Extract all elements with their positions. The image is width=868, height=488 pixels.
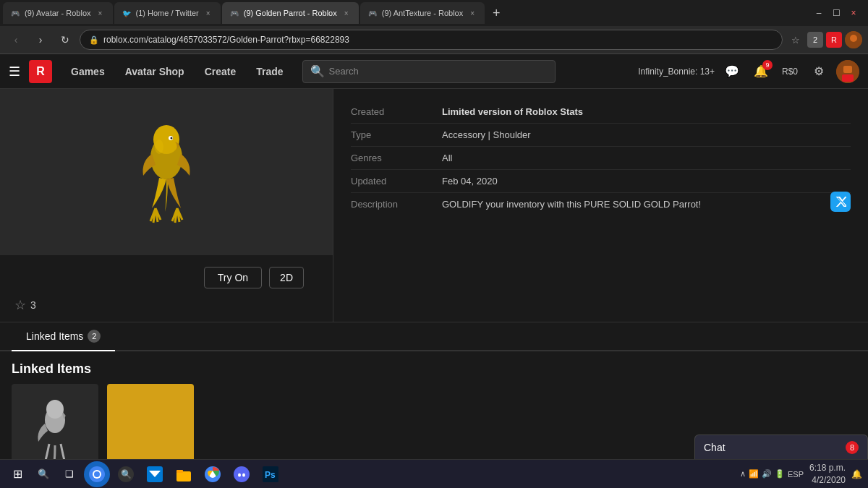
nav-link-games[interactable]: Games xyxy=(64,54,112,89)
nav-link-trade[interactable]: Trade xyxy=(249,54,290,89)
tab-label-2: (1) Home / Twitter xyxy=(136,9,199,17)
tab-close-1[interactable]: × xyxy=(95,8,106,18)
taskbar-folder-icon[interactable] xyxy=(171,461,197,487)
value-updated: Feb 04, 2020 xyxy=(442,176,851,187)
bookmark-star-icon[interactable]: ☆ xyxy=(787,31,804,48)
taskbar-search-icon[interactable]: 🔍 xyxy=(32,463,55,486)
rendermesh-thumb xyxy=(12,384,98,471)
label-description: Description xyxy=(351,199,430,210)
svg-rect-18 xyxy=(176,471,191,481)
url-text: roblox.com/catalog/4657033572/Golden-Par… xyxy=(103,35,773,45)
label-genres: Genres xyxy=(351,153,430,163)
item-image xyxy=(94,100,239,244)
hamburger-menu[interactable]: ☰ xyxy=(9,64,20,80)
try-on-button[interactable]: Try On xyxy=(204,267,262,288)
taskbar-browser-icon[interactable] xyxy=(84,461,110,487)
label-type: Type xyxy=(351,129,430,140)
svg-point-24 xyxy=(242,473,245,476)
minimize-button[interactable]: – xyxy=(813,7,825,19)
rating-count: 3 xyxy=(30,299,36,311)
taskbar-mail-icon[interactable] xyxy=(142,461,168,487)
taskbar-date-display: 4/2/2020 xyxy=(809,474,846,487)
value-created: Limited version of Roblox Stats xyxy=(442,106,851,117)
detail-row-created: Created Limited version of Roblox Stats xyxy=(351,100,851,124)
page-wrapper: 🎮 (9) Avatar - Roblox × 🐦 (1) Home / Twi… xyxy=(0,0,868,488)
svg-rect-19 xyxy=(176,470,183,473)
address-right-icons: ☆ 2 R xyxy=(787,31,862,48)
tab-label-3: (9) Golden Parrot - Roblox xyxy=(244,9,337,17)
username-display: Infinity_Bonnie: 13+ xyxy=(638,67,715,77)
close-window-button[interactable]: × xyxy=(848,7,859,19)
svg-point-11 xyxy=(46,400,64,419)
taskbar-right: ∧ 📶 🔊 🔋 ESP 6:18 p.m. 4/2/2020 🔔 xyxy=(740,462,862,487)
svg-rect-4 xyxy=(842,74,854,82)
content-area: Try On 2D ☆ 3 Created Limited version of… xyxy=(0,89,868,488)
svg-point-8 xyxy=(171,137,173,140)
search-input[interactable] xyxy=(329,66,548,77)
svg-point-14 xyxy=(94,471,100,477)
taskbar-chrome-icon[interactable] xyxy=(200,461,226,487)
new-tab-button[interactable]: + xyxy=(486,3,506,23)
chrome-extension-icon[interactable] xyxy=(845,31,862,48)
taskbar-photoshop-icon[interactable]: Ps xyxy=(258,461,284,487)
notifications-icon[interactable]: 🔔 9 xyxy=(749,60,773,83)
robux-icon[interactable]: R$ 0 xyxy=(778,60,801,83)
tray-volume-icon: 🔊 xyxy=(762,469,772,479)
tab-close-4[interactable]: × xyxy=(467,8,477,18)
chat-badge: 8 xyxy=(846,441,859,454)
tab-avatar-roblox[interactable]: 🎮 (9) Avatar - Roblox × xyxy=(3,2,113,24)
back-button[interactable]: ‹ xyxy=(6,30,26,50)
tab-favicon-2: 🐦 xyxy=(122,8,132,18)
tab-ant-texture[interactable]: 🎮 (9) AntTexture - Roblox × xyxy=(360,2,485,24)
tab-favicon-3: 🎮 xyxy=(229,8,239,18)
star-icon[interactable]: ☆ xyxy=(14,297,26,313)
tab-close-2[interactable]: × xyxy=(203,8,213,18)
taskbar-discord-icon[interactable] xyxy=(229,461,255,487)
2d-button[interactable]: 2D xyxy=(269,267,304,288)
nav-link-avatar-shop[interactable]: Avatar Shop xyxy=(118,54,192,89)
tab-favicon-4: 🎮 xyxy=(367,8,378,18)
profile-manager-icon[interactable]: R xyxy=(826,32,842,48)
url-bar[interactable]: 🔒 roblox.com/catalog/4657033572/Golden-P… xyxy=(80,30,783,50)
detail-row-type: Type Accessory | Shoulder xyxy=(351,124,851,147)
item-right-column: Created Limited version of Roblox Stats … xyxy=(333,89,868,322)
anttexture-thumb xyxy=(107,384,194,471)
start-button[interactable]: ⊞ xyxy=(6,463,29,486)
maximize-button[interactable]: ☐ xyxy=(830,7,842,19)
value-genres: All xyxy=(442,153,851,163)
nav-link-create[interactable]: Create xyxy=(197,54,244,89)
detail-row-updated: Updated Feb 04, 2020 xyxy=(351,170,851,193)
tab-favicon-1: 🎮 xyxy=(10,8,20,18)
extensions-puzzle-icon[interactable]: 2 xyxy=(807,32,823,48)
page-body: Try On 2D ☆ 3 Created Limited version of… xyxy=(0,89,868,322)
tab-linked-items[interactable]: Linked Items 2 xyxy=(12,322,115,351)
user-avatar-icon[interactable] xyxy=(836,60,859,83)
rating-area: ☆ 3 xyxy=(0,288,51,322)
roblox-logo[interactable]: R xyxy=(29,60,52,83)
task-view-button[interactable]: ❑ xyxy=(58,463,81,486)
search-icon: 🔍 xyxy=(310,64,325,78)
svg-text:Ps: Ps xyxy=(265,470,276,480)
tray-language: ESP xyxy=(788,470,804,479)
tab-close-3[interactable]: × xyxy=(341,8,352,18)
chat-widget[interactable]: Chat 8 xyxy=(694,435,868,459)
twitter-share-button[interactable] xyxy=(830,192,851,212)
search-bar[interactable]: 🔍 xyxy=(302,60,556,83)
linked-items-title: Linked Items xyxy=(0,351,868,384)
settings-nav-icon[interactable]: ⚙ xyxy=(807,60,830,83)
forward-button[interactable]: › xyxy=(30,30,51,50)
tab-label-4: (9) AntTexture - Roblox xyxy=(382,9,464,17)
tab-golden-parrot[interactable]: 🎮 (9) Golden Parrot - Roblox × xyxy=(222,2,359,24)
item-left-column: Try On 2D ☆ 3 xyxy=(0,89,333,322)
tab-twitter[interactable]: 🐦 (1) Home / Twitter × xyxy=(114,2,221,24)
tray-arrow[interactable]: ∧ xyxy=(740,469,746,479)
taskbar-search-btn[interactable]: 🔍 xyxy=(113,461,139,487)
chat-nav-icon[interactable]: 💬 xyxy=(720,60,744,83)
tray-network-icon: 📶 xyxy=(749,469,759,479)
chat-label: Chat xyxy=(704,442,846,453)
value-type: Accessory | Shoulder xyxy=(442,129,851,140)
taskbar-clock[interactable]: 6:18 p.m. 4/2/2020 xyxy=(809,462,846,487)
detail-row-description: Description GOLDIFY your inventory with … xyxy=(351,193,851,215)
refresh-button[interactable]: ↻ xyxy=(55,30,75,50)
taskbar-notification-icon[interactable]: 🔔 xyxy=(851,469,862,479)
